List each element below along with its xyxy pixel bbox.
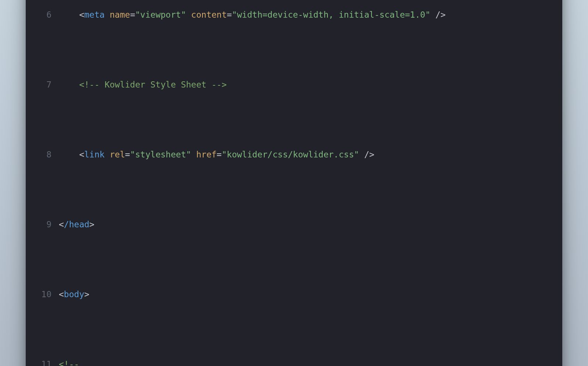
code-line: 7 <!-- Kowlider Style Sheet --> <box>38 78 550 92</box>
line-number: 8 <box>38 148 59 161</box>
code-line: 9 </head> <box>38 217 550 231</box>
line-number: 10 <box>38 287 59 301</box>
line-content: <link rel="stylesheet" href="kowlider/cs… <box>59 148 374 161</box>
line-number: 6 <box>38 8 59 22</box>
line-number: 9 <box>38 217 59 231</box>
editor-window: 1 <!DOCTYPE html> 2 <html lang="en"> 3 <… <box>26 0 562 366</box>
line-content: <body> <box>59 287 89 301</box>
line-content: </head> <box>59 217 94 231</box>
code-line: 6 <meta name="viewport" content="width=d… <box>38 8 550 22</box>
line-content: <meta name="viewport" content="width=dev… <box>59 8 446 22</box>
line-number: 11 <box>38 357 59 366</box>
code-line: 8 <link rel="stylesheet" href="kowlider/… <box>38 148 550 161</box>
line-content: <!-- Kowlider Style Sheet --> <box>59 78 227 92</box>
code-editor[interactable]: 1 <!DOCTYPE html> 2 <html lang="en"> 3 <… <box>38 0 550 366</box>
line-number: 7 <box>38 78 59 92</box>
code-line: 11 <!-- <box>38 357 550 366</box>
code-line: 10 <body> <box>38 287 550 301</box>
line-content: <!-- <box>59 357 84 366</box>
